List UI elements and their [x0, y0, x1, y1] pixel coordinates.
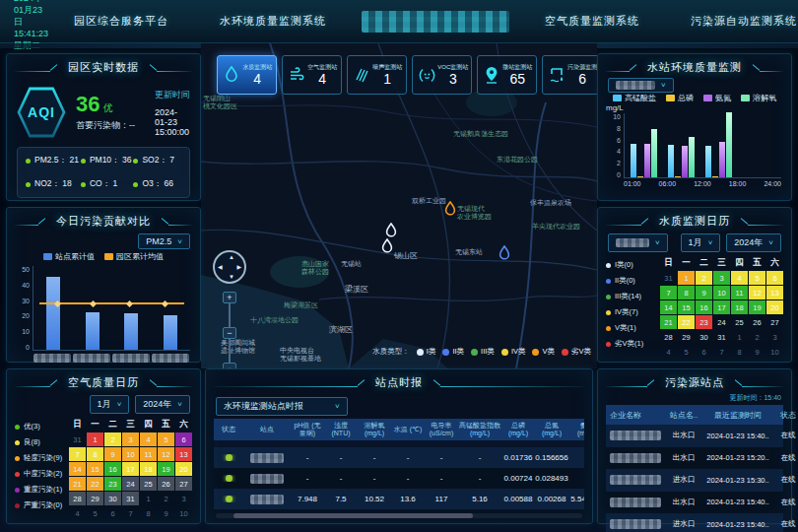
calendar-day[interactable]: 26	[158, 477, 174, 491]
calendar-day[interactable]: 21	[660, 315, 677, 329]
calendar-day[interactable]: 25	[140, 477, 157, 491]
calendar-day[interactable]: 30	[696, 330, 712, 344]
water-station-marker-icon[interactable]	[380, 238, 394, 254]
calendar-day[interactable]: 18	[731, 300, 748, 314]
calendar-day[interactable]: 27	[766, 315, 783, 329]
calendar-day[interactable]: 12	[749, 286, 765, 299]
calendar-day[interactable]: 30	[104, 492, 121, 505]
calendar-day[interactable]: 29	[87, 492, 103, 505]
calendar-day[interactable]: 5	[678, 345, 695, 359]
calendar-day[interactable]: 3	[766, 330, 783, 344]
year-dropdown[interactable]: 2024年˅	[726, 233, 781, 252]
water-station-marker-icon[interactable]	[443, 201, 457, 217]
calendar-day[interactable]: 20	[766, 300, 783, 314]
calendar-day[interactable]: 1	[87, 432, 103, 446]
calendar-day[interactable]: 3	[713, 271, 730, 285]
zoom-track2[interactable]	[229, 339, 231, 363]
table-row[interactable]: 7.9487.510.5213.61175.160.005880.002685.…	[214, 489, 584, 509]
calendar-day[interactable]: 13	[175, 447, 192, 461]
calendar-day[interactable]: 11	[731, 286, 748, 299]
nav-item-0[interactable]: 园区综合服务平台	[48, 14, 194, 29]
calendar-day[interactable]: 19	[158, 462, 174, 476]
calendar-day[interactable]: 18	[140, 462, 157, 476]
calendar-day[interactable]: 17	[713, 300, 730, 314]
calendar-day[interactable]: 16	[104, 462, 121, 476]
month-dropdown[interactable]: 1月˅	[90, 395, 130, 414]
calendar-day[interactable]: 1	[140, 492, 157, 505]
calendar-day[interactable]: 15	[678, 300, 695, 314]
calendar-day[interactable]: 3	[122, 432, 139, 446]
calendar-day[interactable]: 23	[104, 477, 121, 491]
year-dropdown[interactable]: 2024年˅	[135, 395, 190, 414]
calendar-day[interactable]: 4	[69, 506, 86, 520]
calendar-day[interactable]: 19	[749, 300, 765, 314]
calendar-day[interactable]: 31	[69, 432, 86, 446]
table-row[interactable]: 进水口2024-01-23 15:40..在线	[606, 513, 783, 532]
calendar-day[interactable]: 7	[122, 506, 139, 520]
calendar-day[interactable]: 31	[122, 492, 139, 505]
station-btn-污染源监测[interactable]: 污染源监测6	[542, 55, 597, 95]
calendar-day[interactable]: 10	[713, 286, 730, 299]
calendar-day[interactable]: 6	[175, 432, 192, 446]
station-btn-水质监测站[interactable]: 水质监测站4	[217, 55, 277, 95]
pan-right-icon[interactable]: ▶	[236, 263, 241, 270]
calendar-day[interactable]: 8	[140, 506, 157, 520]
calendar-day[interactable]: 31	[713, 330, 730, 344]
calendar-day[interactable]: 2	[749, 330, 765, 344]
station-btn-噪声监测站[interactable]: 噪声监测站1	[347, 55, 407, 95]
table-row[interactable]: ------0.007240.028493--	[214, 468, 584, 489]
table-row[interactable]: 出水口2024-01-23 15:20..在线	[606, 447, 783, 470]
calendar-day[interactable]: 10	[175, 506, 192, 520]
calendar-day[interactable]: 11	[140, 447, 157, 461]
nav-item-r1[interactable]: 污染源自动监测系统	[665, 14, 798, 29]
calendar-day[interactable]: 26	[749, 315, 765, 329]
calendar-day[interactable]: 6	[766, 271, 783, 285]
calendar-day[interactable]: 10	[766, 345, 783, 359]
calendar-day[interactable]: 4	[660, 345, 677, 359]
calendar-day[interactable]: 6	[104, 506, 121, 520]
calendar-day[interactable]: 8	[87, 447, 103, 461]
calendar-day[interactable]: 15	[87, 462, 103, 476]
calendar-day[interactable]: 21	[69, 477, 86, 491]
calendar-day[interactable]: 4	[140, 432, 157, 446]
zoom-track[interactable]	[229, 303, 231, 327]
calendar-day[interactable]: 22	[87, 477, 103, 491]
nav-item-1[interactable]: 水环境质量监测系统	[194, 14, 352, 29]
table-row[interactable]: 进水口2024-01-23 15:30..在线	[606, 469, 783, 492]
calendar-day[interactable]: 2	[158, 492, 174, 505]
pan-left-icon[interactable]: ◀	[218, 263, 223, 270]
calendar-day[interactable]: 6	[696, 345, 712, 359]
calendar-day[interactable]: 4	[731, 271, 748, 285]
zoom-in-button[interactable]: +	[223, 292, 236, 303]
zoom-handle[interactable]: −	[223, 327, 236, 339]
water-station-marker-icon[interactable]	[498, 245, 511, 261]
station-btn-微站监测站[interactable]: 微站监测站65	[477, 55, 537, 95]
calendar-day[interactable]: 20	[175, 462, 192, 476]
month-dropdown[interactable]: 1月˅	[681, 233, 721, 252]
map-canvas[interactable]: 无锡阳山桃文化园区无锡鹅真荡生态园东港花园公园双桥工业园无锡现代农业博览园保丰温…	[201, 43, 597, 368]
calendar-day[interactable]: 27	[175, 477, 192, 491]
calendar-day[interactable]: 14	[69, 462, 86, 476]
calendar-day[interactable]: 14	[660, 300, 677, 314]
calendar-day[interactable]: 5	[749, 271, 765, 285]
calendar-day[interactable]: 24	[122, 477, 139, 491]
calendar-day[interactable]: 16	[696, 300, 712, 314]
calendar-day[interactable]: 8	[678, 286, 695, 299]
calendar-day[interactable]: 24	[713, 315, 730, 329]
pan-down-icon[interactable]: ▼	[229, 274, 234, 280]
table-row[interactable]: 出水口2024-01-23 15:40..在线	[606, 425, 783, 447]
station-btn-空气监测站[interactable]: 空气监测站4	[282, 55, 342, 95]
hscrollbar[interactable]	[233, 513, 473, 518]
calendar-day[interactable]: 1	[678, 271, 695, 285]
calendar-day[interactable]: 5	[158, 432, 174, 446]
calendar-day[interactable]: 7	[713, 345, 730, 359]
calendar-day[interactable]: 7	[660, 286, 677, 299]
calendar-day[interactable]: 5	[87, 506, 103, 520]
calendar-day[interactable]: 17	[122, 462, 139, 476]
station-dropdown[interactable]: ˅	[608, 78, 674, 93]
station-btn-VOC监测站[interactable]: VOC监测站3	[412, 55, 472, 95]
report-type-dropdown[interactable]: 水环境监测站点时报˅	[216, 397, 348, 416]
nav-item-r0[interactable]: 空气质量监测系统	[519, 14, 665, 29]
calendar-day[interactable]: 29	[678, 330, 695, 344]
calendar-day[interactable]: 10	[122, 447, 139, 461]
